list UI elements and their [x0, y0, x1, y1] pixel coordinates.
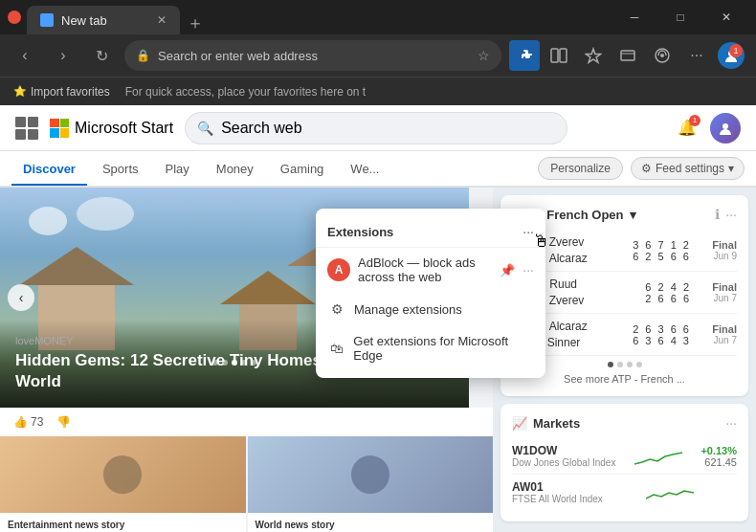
tab-area: New tab ✕ ＋ [27, 0, 607, 34]
like-button[interactable]: 👍 73 [10, 413, 47, 431]
window-icon [8, 11, 21, 24]
chevron-down-icon: ▾ [728, 162, 734, 175]
ms-logo-text: Microsoft Start [75, 120, 173, 137]
nav-tabs: Discover Sports Play Money Gaming We... [0, 151, 756, 188]
import-favorites-label: Import favorites [31, 85, 110, 99]
tab-gaming[interactable]: Gaming [269, 154, 336, 186]
back-button[interactable]: ‹ [10, 40, 40, 71]
widget-more-button[interactable]: ··· [725, 207, 737, 222]
article-prev-button[interactable]: ‹ [8, 284, 34, 311]
thumbs-up-icon: 👍 [13, 415, 28, 429]
tab-play[interactable]: Play [154, 154, 201, 186]
news-headline-1: Entertainment news story [8, 519, 238, 531]
address-bar[interactable]: 🔒 Search or enter web address ☆ [124, 40, 501, 71]
news-headline-2: World news story [256, 519, 486, 531]
browser-essentials-button[interactable] [647, 40, 678, 71]
match1-score2: 6 2 5 6 6 [633, 251, 691, 262]
ms-logo: Microsoft Start [50, 119, 173, 138]
tab-sports[interactable]: Sports [91, 154, 150, 186]
article-pagination-dots [212, 360, 256, 366]
tab-title: New tab [61, 13, 107, 28]
news-item-2[interactable]: World news story [248, 436, 494, 532]
dislike-button[interactable]: 👎 [53, 413, 75, 431]
news-item-1[interactable]: Entertainment news story [0, 436, 246, 532]
svg-rect-3 [621, 51, 634, 60]
navigation-bar: ‹ › ↻ 🔒 Search or enter web address ☆ [0, 34, 756, 77]
manage-extensions-item[interactable]: ⚙ Manage extensions 🖱 [316, 292, 545, 326]
tab-discover[interactable]: Discover [11, 154, 87, 186]
browser-frame: New tab ✕ ＋ ─ □ ✕ ‹ › ↻ 🔒 Search or ente… [0, 0, 756, 532]
market-row-2[interactable]: AW01 FTSE All World Index [512, 475, 737, 510]
refresh-button[interactable]: ↻ [86, 40, 117, 71]
quick-access-text: For quick access, place your favorites h… [125, 85, 366, 99]
nav-tabs-right: Personalize ⚙ Feed settings ▾ [538, 157, 745, 180]
bell-badge: 1 [689, 115, 700, 126]
markets-more-button[interactable]: ··· [725, 415, 737, 431]
ms-header-right: 🔔 1 [672, 113, 741, 144]
tab-favicon [40, 13, 54, 27]
markets-widget: 📈 Markets ··· W1DOW Dow Jones Global Ind… [500, 404, 748, 521]
profile-button[interactable]: 1 [716, 40, 746, 71]
collections-button[interactable] [612, 40, 643, 71]
forward-button[interactable]: › [48, 40, 78, 71]
match1-score1: 3 6 7 1 2 [633, 239, 691, 251]
maximize-button[interactable]: □ [658, 2, 702, 33]
market1-change: +0.13% [700, 445, 737, 456]
svg-rect-2 [560, 49, 567, 62]
match-row-2: C. Ruud A. Zverev 6 2 4 2 2 6 6 6 [512, 272, 737, 314]
split-screen-button[interactable] [544, 40, 574, 71]
adblock-name: AdBlock — block ads across the web [358, 255, 492, 284]
more-tools-button[interactable]: ··· [681, 40, 712, 71]
atp-chevron-icon[interactable]: ▾ [630, 208, 636, 222]
match1-result: Final Jun 9 [699, 239, 737, 261]
svg-point-8 [723, 123, 728, 129]
market1-value: +0.13% 621.45 [700, 445, 737, 468]
ms-search-box[interactable]: 🔍 Search web [185, 112, 567, 144]
tab-money[interactable]: Money [205, 154, 265, 186]
close-button[interactable]: ✕ [704, 2, 748, 33]
minimize-button[interactable]: ─ [612, 2, 656, 33]
notification-bell-button[interactable]: 🔔 1 [672, 113, 702, 144]
get-extensions-item[interactable]: 🛍 Get extensions for Microsoft Edge [316, 326, 545, 370]
market-row-1[interactable]: W1DOW Dow Jones Global Index +0.13% 621.… [512, 438, 737, 475]
svg-point-6 [660, 54, 664, 57]
markets-widget-header: 📈 Markets ··· [512, 415, 737, 431]
market1-price: 621.45 [700, 456, 737, 468]
widget-info-button[interactable]: ℹ [715, 207, 720, 222]
market1-name: Dow Jones Global Index [512, 457, 615, 468]
adblock-more-icon[interactable]: ··· [523, 262, 534, 277]
match3-score2: 6 3 6 4 3 [633, 335, 691, 346]
match3-result: Final Jun 7 [699, 323, 737, 345]
see-more-atp[interactable]: See more ATP - French ... [512, 373, 737, 385]
match-row-3: C. Alcaraz J. Sinner 2 6 3 6 6 6 3 6 4 3 [512, 314, 737, 356]
adblock-extension-item[interactable]: A AdBlock — block ads across the web 📌 ·… [316, 248, 545, 292]
match2-score2: 2 6 6 6 [645, 293, 691, 304]
ms-search-placeholder: Search web [221, 120, 302, 137]
tab-more[interactable]: We... [339, 154, 390, 186]
adblock-pin-icon[interactable]: 📌 [500, 263, 515, 277]
tab-close-button[interactable]: ✕ [157, 13, 167, 27]
ms-apps-button[interactable] [15, 117, 38, 140]
markets-title: 📈 Markets [512, 416, 580, 431]
window-controls: ─ □ ✕ [612, 2, 748, 33]
svg-rect-0 [42, 15, 52, 25]
content-area: Microsoft Start 🔍 Search web 🔔 1 [0, 105, 756, 532]
thumbs-down-icon: 👎 [56, 415, 71, 429]
new-tab-button[interactable]: ＋ [184, 11, 207, 34]
favorites-button[interactable] [578, 40, 609, 71]
import-favorites-item[interactable]: ⭐ Import favorites [10, 83, 114, 100]
adblock-icon: A [327, 258, 350, 281]
user-avatar[interactable] [710, 113, 741, 144]
favorite-icon[interactable]: ☆ [478, 48, 490, 63]
match2-result: Final Jun 7 [699, 281, 737, 303]
bottom-news-items: Entertainment news story World news stor… [0, 436, 493, 532]
feed-settings-button[interactable]: ⚙ Feed settings ▾ [631, 157, 745, 180]
news-info-2: World news story [248, 513, 494, 532]
active-tab[interactable]: New tab ✕ [27, 6, 180, 34]
personalize-button[interactable]: Personalize [538, 157, 623, 180]
extensions-button[interactable] [509, 40, 540, 71]
notification-badge: 1 [729, 44, 743, 57]
manage-extensions-icon: ⚙ [327, 299, 346, 319]
extensions-header: Extensions ··· [316, 216, 545, 248]
cursor-pointer: 🖱 [533, 232, 550, 252]
